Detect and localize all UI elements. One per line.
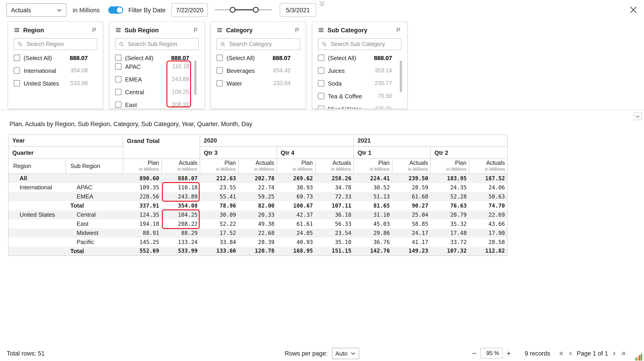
value-cell[interactable]: 145.25 — [123, 237, 162, 246]
filter-item-soda[interactable]: Soda230.77 — [318, 77, 402, 90]
value-cell[interactable]: 239.50 — [392, 174, 430, 183]
panel-search[interactable] — [14, 38, 97, 50]
filter-item-emea[interactable]: EMEA243.89 — [115, 73, 199, 86]
value-cell[interactable]: 151.15 — [315, 246, 354, 256]
filter-item-beverages[interactable]: Beverages654.42 — [216, 64, 300, 77]
value-cell[interactable]: 17.48 — [430, 228, 469, 237]
value-cell[interactable]: 112.82 — [469, 246, 507, 256]
checkbox[interactable] — [318, 106, 324, 109]
value-cell[interactable]: 142.76 — [354, 246, 392, 256]
value-cell[interactable]: 104.25 — [162, 210, 200, 219]
checkbox[interactable] — [14, 67, 20, 74]
value-cell[interactable]: 36.18 — [315, 210, 354, 219]
filter-item-central[interactable]: Central104.25 — [115, 86, 199, 98]
filter-item-east[interactable]: East208.22 — [115, 98, 199, 109]
filter-item-tea--coffee[interactable]: Tea & Coffee70.50 — [318, 90, 402, 102]
value-cell[interactable]: 107.11 — [315, 201, 354, 210]
value-cell[interactable]: 78.96 — [200, 201, 238, 210]
filter-item-united-states[interactable]: United States533.99 — [14, 77, 97, 90]
checkbox[interactable] — [115, 102, 122, 108]
region-cell[interactable] — [8, 237, 66, 246]
value-cell[interactable]: 23.55 — [200, 183, 238, 192]
value-cell[interactable]: 51.13 — [354, 192, 392, 201]
sub-region-cell[interactable] — [66, 174, 123, 183]
value-cell[interactable]: 28.59 — [392, 183, 430, 192]
date-end-input[interactable] — [280, 3, 316, 17]
value-cell[interactable]: 17.52 — [200, 228, 238, 237]
value-cell[interactable]: 45.03 — [354, 219, 392, 228]
checkbox[interactable] — [318, 93, 324, 99]
value-cell[interactable]: 107.32 — [430, 246, 469, 256]
value-cell[interactable]: 337.91 — [123, 201, 162, 210]
value-cell[interactable]: 49.38 — [238, 219, 277, 228]
search-input[interactable] — [228, 41, 296, 48]
value-cell[interactable]: 552.69 — [123, 246, 162, 256]
search-input[interactable] — [127, 41, 195, 48]
search-input[interactable] — [330, 41, 398, 48]
value-cell[interactable]: 20.79 — [430, 210, 469, 219]
measure-select[interactable]: Actuals — [6, 3, 66, 17]
region-cell[interactable]: United States — [8, 210, 66, 219]
value-cell[interactable]: 120.78 — [238, 246, 277, 256]
value-cell[interactable]: 29.86 — [354, 228, 392, 237]
value-cell[interactable]: 110.18 — [162, 183, 200, 192]
scrollbar[interactable] — [194, 61, 196, 95]
checkbox[interactable] — [216, 80, 223, 87]
value-cell[interactable]: 35.32 — [430, 219, 469, 228]
rows-per-page-select[interactable]: Auto — [332, 347, 360, 359]
checkbox[interactable] — [318, 80, 324, 87]
date-start-input[interactable] — [172, 3, 208, 17]
value-cell[interactable]: 124.35 — [123, 210, 162, 219]
value-cell[interactable]: 34.78 — [315, 183, 354, 192]
sub-region-cell[interactable]: Pacific — [66, 237, 123, 246]
value-cell[interactable]: 22.68 — [238, 228, 277, 237]
region-cell[interactable] — [8, 192, 66, 201]
value-cell[interactable]: 22.69 — [469, 210, 507, 219]
region-cell[interactable]: All — [8, 174, 66, 183]
value-cell[interactable]: 76.63 — [430, 201, 469, 210]
value-cell[interactable]: 43.66 — [469, 219, 507, 228]
value-cell[interactable]: 354.08 — [162, 201, 200, 210]
value-cell[interactable]: 33.84 — [200, 237, 238, 246]
first-page-icon[interactable] — [558, 350, 564, 356]
value-cell[interactable]: 133.66 — [200, 246, 238, 256]
close-icon[interactable] — [630, 6, 637, 14]
region-cell[interactable] — [8, 219, 66, 228]
value-cell[interactable]: 90.27 — [392, 201, 430, 210]
value-cell[interactable]: 33.72 — [430, 237, 469, 246]
value-cell[interactable]: 31.10 — [354, 210, 392, 219]
value-cell[interactable]: 202.78 — [238, 174, 277, 183]
filter-by-date-toggle[interactable] — [108, 6, 124, 14]
filter-item-water[interactable]: Water233.64 — [216, 77, 300, 90]
value-cell[interactable]: 25.04 — [392, 210, 430, 219]
value-cell[interactable]: 74.70 — [469, 201, 507, 210]
slider-handle-end[interactable] — [253, 7, 259, 13]
zoom-level-input[interactable] — [480, 348, 503, 359]
filter-item-select-all[interactable]: (Select All)888.07 — [14, 52, 97, 64]
value-cell[interactable]: 22.74 — [238, 183, 277, 192]
value-cell[interactable]: 133.24 — [162, 237, 200, 246]
region-cell[interactable] — [8, 246, 66, 256]
sub-region-cell[interactable]: East — [66, 219, 123, 228]
value-cell[interactable]: 52.22 — [200, 219, 238, 228]
value-cell[interactable]: 59.25 — [238, 192, 277, 201]
value-cell[interactable]: 20.33 — [238, 210, 277, 219]
next-page-icon[interactable] — [611, 350, 617, 356]
value-cell[interactable]: 50.63 — [469, 192, 507, 201]
sub-region-cell[interactable]: Total — [66, 201, 123, 210]
checkbox[interactable] — [115, 89, 122, 95]
value-cell[interactable]: 58.85 — [392, 219, 430, 228]
value-cell[interactable]: 24.35 — [430, 183, 469, 192]
collapse-table-button[interactable] — [634, 112, 642, 120]
checkbox[interactable] — [115, 63, 122, 70]
region-cell[interactable]: International — [8, 183, 66, 192]
value-cell[interactable]: 228.56 — [123, 192, 162, 201]
value-cell[interactable]: 81.65 — [354, 201, 392, 210]
panel-search[interactable] — [115, 38, 199, 50]
value-cell[interactable]: 56.33 — [315, 219, 354, 228]
value-cell[interactable]: 533.99 — [162, 246, 200, 256]
value-cell[interactable]: 888.07 — [162, 174, 200, 183]
value-cell[interactable]: 208.22 — [162, 219, 200, 228]
checkbox[interactable] — [318, 55, 324, 61]
value-cell[interactable]: 212.63 — [200, 174, 238, 183]
